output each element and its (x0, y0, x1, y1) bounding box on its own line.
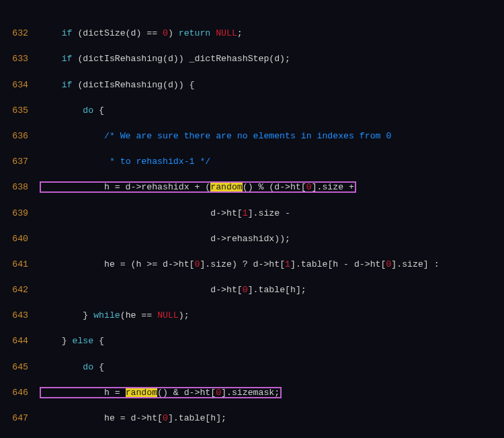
line-number: 642 (0, 283, 40, 296)
code-line: 636 /* We are sure there are no elements… (0, 130, 504, 142)
line-number: 641 (0, 258, 40, 271)
line-number: 633 (0, 52, 40, 65)
code-line: 635 do { (0, 104, 504, 117)
search-highlight: random (210, 182, 242, 192)
code-content: h = random() & d->ht[0].sizemask; (40, 386, 504, 399)
line-number: 645 (0, 361, 40, 374)
line-number: 635 (0, 104, 40, 117)
highlight-box: h = d->rehashidx + (random() % (d->ht[0]… (40, 182, 355, 192)
line-number: 646 (0, 386, 40, 399)
code-line: 638 h = d->rehashidx + (random() % (d->h… (0, 181, 504, 193)
line-number: 632 (0, 27, 40, 40)
line-number: 637 (0, 155, 40, 168)
search-highlight: random (126, 388, 157, 398)
code-content: /* We are sure there are no elements in … (40, 130, 504, 142)
code-content: do { (40, 361, 504, 374)
code-line: 639 d->ht[1].size - (0, 207, 504, 220)
line-number: 639 (0, 207, 40, 220)
code-content: if (dictSize(d) == 0) return NULL; (40, 27, 504, 40)
line-number: 647 (0, 412, 40, 425)
code-line: 634 if (dictIsRehashing(d)) { (0, 79, 504, 91)
code-line: 641 he = (h >= d->ht[0].size) ? d->ht[1]… (0, 258, 504, 271)
line-number: 643 (0, 309, 40, 322)
line-number: 644 (0, 335, 40, 347)
line-number: 640 (0, 232, 40, 245)
code-content: he = (h >= d->ht[0].size) ? d->ht[1].tab… (40, 258, 504, 271)
code-content: d->ht[1].size - (40, 207, 504, 220)
code-content: } while(he == NULL); (40, 309, 504, 322)
code-line: 647 he = d->ht[0].table[h]; (0, 412, 504, 425)
code-line: 640 d->rehashidx)); (0, 232, 504, 245)
line-number: 636 (0, 130, 40, 142)
code-content: if (dictIsRehashing(d)) _dictRehashStep(… (40, 52, 504, 65)
code-line: 644 } else { (0, 335, 504, 347)
line-number: 638 (0, 181, 40, 193)
code-line: 637 * to rehashidx-1 */ (0, 155, 504, 168)
code-line: 633 if (dictIsRehashing(d)) _dictRehashS… (0, 52, 504, 65)
code-line: 643 } while(he == NULL); (0, 309, 504, 322)
code-block: 632 if (dictSize(d) == 0) return NULL; 6… (0, 1, 504, 438)
code-line: 646 h = random() & d->ht[0].sizemask; (0, 386, 504, 399)
code-content: d->rehashidx)); (40, 232, 504, 245)
code-content: d->ht[0].table[h]; (40, 283, 504, 296)
code-line: 632 if (dictSize(d) == 0) return NULL; (0, 27, 504, 40)
highlight-box: h = random() & d->ht[0].sizemask; (40, 388, 281, 398)
code-content: } else { (40, 335, 504, 347)
code-content: h = d->rehashidx + (random() % (d->ht[0]… (40, 181, 504, 193)
code-content: do { (40, 104, 504, 117)
code-content: * to rehashidx-1 */ (40, 155, 504, 168)
line-number: 634 (0, 79, 40, 91)
code-line: 642 d->ht[0].table[h]; (0, 283, 504, 296)
code-content: if (dictIsRehashing(d)) { (40, 79, 504, 91)
code-content: he = d->ht[0].table[h]; (40, 412, 504, 425)
code-line: 645 do { (0, 361, 504, 374)
